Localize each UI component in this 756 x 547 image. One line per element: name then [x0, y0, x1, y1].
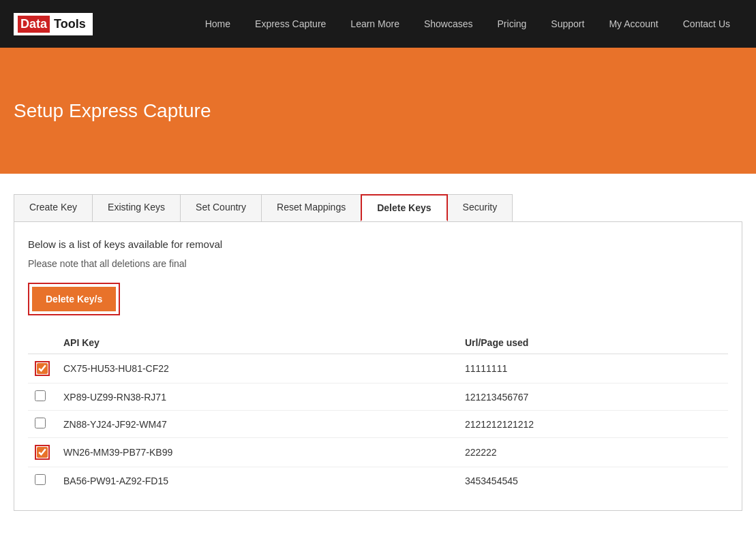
tab-delete-keys[interactable]: Delete Keys — [361, 194, 447, 221]
row-api-key: CX75-HU53-HU81-CF22 — [57, 354, 458, 384]
tab-create-key[interactable]: Create Key — [14, 194, 93, 221]
nav-link-my-account[interactable]: My Account — [596, 0, 670, 48]
nav-link-express-capture[interactable]: Express Capture — [243, 0, 338, 48]
row-checkbox-cell — [28, 411, 57, 438]
tab-existing-keys[interactable]: Existing Keys — [92, 194, 181, 221]
tab-reset-mappings[interactable]: Reset Mappings — [261, 194, 361, 221]
row-checkbox-cell — [28, 384, 57, 411]
table-row: CX75-HU53-HU81-CF2211111111 — [28, 354, 728, 384]
tab-content-delete-keys: Below is a list of keys available for re… — [14, 222, 742, 511]
row-checkbox-cell — [28, 467, 57, 495]
row-api-key: ZN88-YJ24-JF92-WM47 — [57, 411, 458, 438]
delete-button-container: Delete Key/s — [28, 283, 120, 315]
col-url: Url/Page used — [458, 332, 728, 354]
table-row: WN26-MM39-PB77-KB99222222 — [28, 438, 728, 467]
row-checkbox[interactable] — [35, 474, 46, 485]
checkbox-highlight-wrap — [35, 361, 50, 376]
nav-link-pricing[interactable]: Pricing — [485, 0, 539, 48]
nav-link-home[interactable]: Home — [193, 0, 243, 48]
main-content: Create KeyExisting KeysSet CountryReset … — [0, 174, 756, 531]
row-checkbox-cell — [28, 354, 57, 384]
table-header: API Key Url/Page used — [28, 332, 728, 354]
checkbox-highlight-wrap — [35, 445, 50, 460]
row-api-key: XP89-UZ99-RN38-RJ71 — [57, 384, 458, 411]
row-checkbox[interactable] — [35, 390, 46, 401]
page-title: Setup Express Capture — [14, 100, 211, 122]
row-url: 2121212121212 — [458, 411, 728, 438]
row-checkbox-cell — [28, 438, 57, 467]
navbar: Data Tools HomeExpress CaptureLearn More… — [0, 0, 756, 48]
hero-banner: Setup Express Capture — [0, 48, 756, 174]
nav-link-support[interactable]: Support — [539, 0, 596, 48]
tab-bar: Create KeyExisting KeysSet CountryReset … — [14, 194, 742, 222]
row-api-key: WN26-MM39-PB77-KB99 — [57, 438, 458, 467]
logo[interactable]: Data Tools — [14, 13, 93, 35]
row-checkbox[interactable] — [37, 363, 48, 374]
row-checkbox[interactable] — [37, 447, 48, 458]
row-checkbox[interactable] — [35, 418, 46, 428]
row-url: 3453454545 — [458, 467, 728, 495]
row-api-key: BA56-PW91-AZ92-FD15 — [57, 467, 458, 495]
row-url: 121213456767 — [458, 384, 728, 411]
col-checkbox — [28, 332, 57, 354]
content-description: Below is a list of keys available for re… — [28, 238, 728, 250]
row-url: 222222 — [458, 438, 728, 467]
row-url: 11111111 — [458, 354, 728, 384]
table-body: CX75-HU53-HU81-CF2211111111XP89-UZ99-RN3… — [28, 354, 728, 495]
nav-link-showcases[interactable]: Showcases — [412, 0, 485, 48]
tab-security[interactable]: Security — [447, 194, 513, 221]
logo-data: Data — [18, 16, 50, 33]
nav-links: HomeExpress CaptureLearn MoreShowcasesPr… — [193, 0, 742, 48]
keys-table: API Key Url/Page used CX75-HU53-HU81-CF2… — [28, 332, 728, 494]
tab-set-country[interactable]: Set Country — [180, 194, 262, 221]
table-row: XP89-UZ99-RN38-RJ71121213456767 — [28, 384, 728, 411]
table-row: BA56-PW91-AZ92-FD153453454545 — [28, 467, 728, 495]
logo-tools: Tools — [51, 16, 89, 33]
content-note: Please note that all deletions are final — [28, 258, 728, 269]
delete-keys-button[interactable]: Delete Key/s — [32, 287, 116, 311]
nav-link-learn-more[interactable]: Learn More — [338, 0, 412, 48]
col-api-key: API Key — [57, 332, 458, 354]
table-row: ZN88-YJ24-JF92-WM472121212121212 — [28, 411, 728, 438]
nav-link-contact-us[interactable]: Contact Us — [671, 0, 742, 48]
